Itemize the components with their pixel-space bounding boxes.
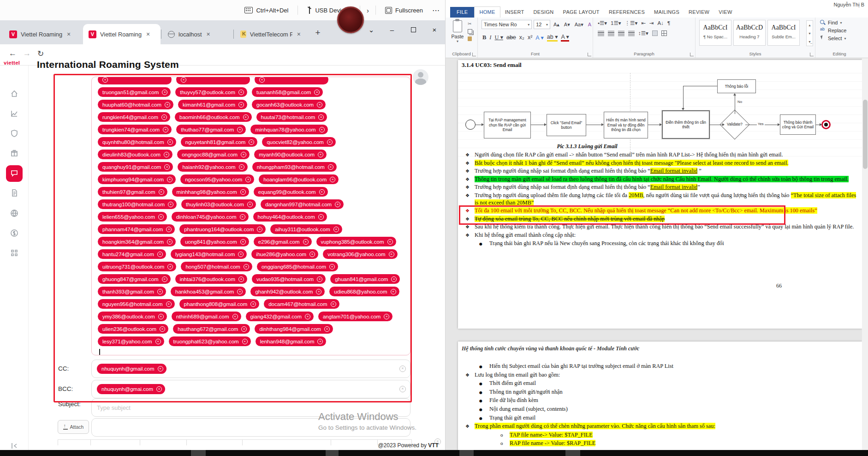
chip-remove-icon[interactable]: × <box>166 227 172 232</box>
email-chip[interactable]: huutai73@hotmail.com× <box>256 112 327 122</box>
close-button[interactable]: × <box>429 26 440 34</box>
chip-remove-icon[interactable]: × <box>316 289 321 294</box>
email-chip[interactable]: × <box>98 77 172 84</box>
email-chip[interactable]: thuyvy57@outlook.com× <box>175 87 247 97</box>
email-chip[interactable]: aihuy311@outlook.com× <box>270 224 342 234</box>
attach-button[interactable]: Attach <box>58 420 89 434</box>
chip-remove-icon[interactable]: × <box>324 326 330 332</box>
shrink-font-button[interactable]: A▾ <box>563 21 571 28</box>
email-chip[interactable]: nhuquynh@gmail.com× <box>97 364 166 374</box>
word-tab-insert[interactable]: INSERT <box>500 7 529 18</box>
cut-button[interactable]: ✂ <box>468 21 472 26</box>
email-chip[interactable]: lelien655@yahoo.com× <box>98 212 167 222</box>
email-chip[interactable]: phannam474@gmail.com× <box>98 224 175 234</box>
chip-remove-icon[interactable]: × <box>158 314 164 319</box>
email-chip[interactable]: minhquan78@yahoo.com× <box>250 125 327 134</box>
browser-tab[interactable]: localhost× <box>162 24 233 44</box>
email-chip[interactable]: ihue286@yahoo.com× <box>251 249 318 259</box>
word-tab-references[interactable]: REFERENCES <box>604 7 649 18</box>
to-recipients-field[interactable]: ×××truongan51@gmail.com×thuyvy57@outlook… <box>91 77 410 355</box>
superscript-button[interactable]: x² <box>528 34 532 41</box>
email-chip[interactable]: kimanh61@gmail.com× <box>178 100 247 109</box>
cc-field[interactable]: nhuquynh@gmail.com× <box>91 360 410 378</box>
font-color-button[interactable]: A ▾ <box>561 33 569 42</box>
email-chip[interactable]: onggiang685@hotmail.com× <box>257 262 338 271</box>
email-chip[interactable]: lygiang143@hotmail.com× <box>171 249 247 259</box>
select-button[interactable]: Select▾ <box>815 36 863 41</box>
browser-tab[interactable]: VViettel Roaming× <box>83 24 161 44</box>
more-options-button[interactable]: ⋯ <box>432 6 440 15</box>
email-chip[interactable]: × <box>176 77 250 84</box>
style-card[interactable]: AaBbCcISubtle Em... <box>767 20 800 46</box>
dialog-launcher-icon[interactable] <box>472 53 476 56</box>
chip-remove-icon[interactable]: × <box>309 252 315 257</box>
chip-remove-icon[interactable]: × <box>161 114 167 120</box>
chip-remove-icon[interactable]: × <box>318 114 324 120</box>
chip-remove-icon[interactable]: × <box>156 386 162 392</box>
sort-button[interactable]: A↓ <box>657 20 663 26</box>
word-tab-home[interactable]: HOME <box>474 6 500 18</box>
underline-button[interactable]: U ▾ <box>495 34 503 41</box>
sidebar-item-globe[interactable] <box>6 205 23 222</box>
chip-remove-icon[interactable]: × <box>318 152 323 157</box>
forward-button[interactable]: → <box>23 49 31 58</box>
email-chip[interactable]: nhungpham93@hotmail.com× <box>252 162 337 172</box>
email-chip[interactable]: thuthao77@gmail.com× <box>176 125 246 134</box>
chip-remove-icon[interactable]: × <box>317 102 322 108</box>
email-chip[interactable]: dieulinh83@outlook.com× <box>98 150 172 159</box>
sidebar-item-document[interactable] <box>6 185 23 201</box>
chip-remove-icon[interactable]: × <box>237 127 243 132</box>
chip-remove-icon[interactable]: × <box>241 326 247 332</box>
email-chip[interactable]: docam467@hotmail.com× <box>264 299 339 309</box>
chip-remove-icon[interactable]: × <box>237 289 243 294</box>
email-chip[interactable]: huuphat60@hotmail.com× <box>98 100 173 109</box>
email-chip[interactable]: udieu868@yahoo.com× <box>329 287 399 296</box>
chip-remove-icon[interactable]: × <box>155 339 161 344</box>
chip-remove-icon[interactable]: × <box>238 90 244 95</box>
bullet-list-button[interactable]: •☰▾ <box>598 20 607 26</box>
email-chip[interactable]: uitruong731@outlook.com× <box>98 262 176 271</box>
chip-remove-icon[interactable]: × <box>240 214 245 220</box>
taskbar-app-segment[interactable] <box>565 450 580 456</box>
chip-remove-icon[interactable]: × <box>333 227 339 232</box>
change-case-button[interactable]: Aa▾ <box>573 21 585 28</box>
email-chip[interactable]: uong841@yahoo.com× <box>180 237 249 246</box>
chip-remove-icon[interactable]: × <box>238 276 244 282</box>
word-tab-mailings[interactable]: MAILINGS <box>649 7 684 18</box>
chip-remove-icon[interactable]: × <box>157 289 163 294</box>
font-name-select[interactable]: Times New Ro▾ <box>482 20 532 29</box>
email-chip[interactable]: lesy371@yahoo.com× <box>98 336 164 346</box>
chip-remove-icon[interactable]: × <box>328 164 333 170</box>
chip-remove-icon[interactable]: × <box>162 276 167 282</box>
email-chip[interactable]: giang432@gmail.com× <box>246 312 314 321</box>
email-chip[interactable]: dangnhan997@hotmail.com× <box>261 199 344 209</box>
chip-remove-icon[interactable]: × <box>168 202 173 207</box>
bcc-clear-icon[interactable]: × <box>399 386 406 392</box>
chip-remove-icon[interactable]: × <box>164 152 169 157</box>
email-chip[interactable]: truongphat623@yahoo.com× <box>169 336 251 346</box>
chip-remove-icon[interactable]: × <box>242 339 248 344</box>
chip-remove-icon[interactable]: × <box>166 301 172 307</box>
chevron-right-icon[interactable]: › <box>367 6 369 14</box>
line-spacing-button[interactable]: ↕☰▾ <box>638 30 648 36</box>
chip-remove-icon[interactable]: × <box>387 239 393 245</box>
chip-remove-icon[interactable]: × <box>167 177 172 182</box>
clear-formatting-button[interactable]: A <box>587 21 593 28</box>
text-highlight-button[interactable]: ab ▾ <box>547 33 558 42</box>
chip-remove-icon[interactable]: × <box>162 90 167 95</box>
email-chip[interactable]: dinhthang984@gmail.com× <box>255 324 333 334</box>
tab-close-icon[interactable]: × <box>146 30 150 38</box>
grow-font-button[interactable]: A▴ <box>552 21 561 28</box>
email-chip[interactable]: hankhoa453@gmail.com× <box>171 287 246 296</box>
word-tab-page-layout[interactable]: PAGE LAYOUT <box>559 7 604 18</box>
chip-remove-icon[interactable]: × <box>167 139 173 145</box>
align-center-button[interactable] <box>608 31 614 36</box>
chip-remove-icon[interactable]: × <box>167 264 173 270</box>
email-chip[interactable]: ghuong847@gmail.com× <box>98 274 171 284</box>
chip-remove-icon[interactable]: × <box>317 339 323 344</box>
cc-clear-icon[interactable]: × <box>399 366 406 372</box>
email-chip[interactable]: quynhthu80@hotmail.com× <box>98 137 176 147</box>
email-chip[interactable]: ngocson95@yahoo.com× <box>180 174 254 184</box>
email-chip[interactable]: tuananh58@gmail.com× <box>252 87 323 97</box>
email-chip[interactable]: vuphong385@outlook.com× <box>316 237 396 246</box>
